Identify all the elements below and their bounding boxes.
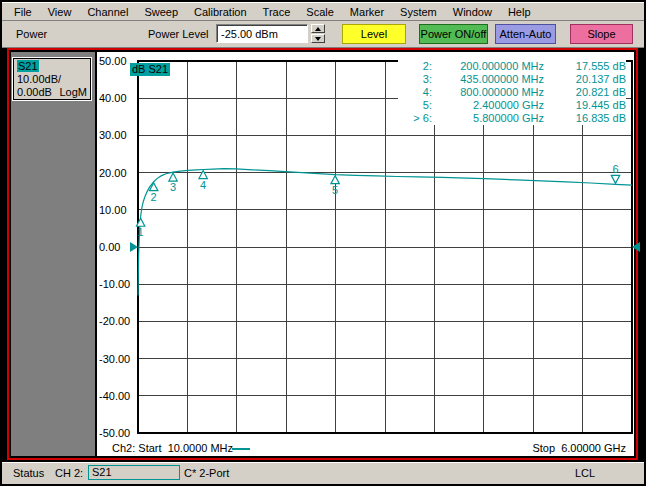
marker-triangle[interactable] xyxy=(331,176,339,184)
measurement-box[interactable]: S21 xyxy=(88,465,180,480)
marker-frequency: 5.800000 GHz xyxy=(432,112,544,125)
y-axis-tick: 20.00 xyxy=(99,167,135,179)
power-level-input[interactable] xyxy=(216,24,308,43)
y-axis-tick: -10.00 xyxy=(99,278,135,290)
y-axis-tick: -20.00 xyxy=(99,315,135,327)
marker-readout-row: > 6:5.800000 GHz16.835 dB xyxy=(398,112,626,125)
marker-frequency: 800.000000 MHz xyxy=(432,86,544,99)
y-axis-tick: -40.00 xyxy=(99,390,135,402)
marker-triangle[interactable] xyxy=(169,173,177,181)
marker-number: 3: xyxy=(398,73,432,86)
power-on-off-button[interactable]: Power ON/off xyxy=(419,24,488,44)
sweep-start-label: Ch2: Start 10.0000 MHz xyxy=(112,442,233,454)
measurement-name: S21 xyxy=(92,466,112,478)
plot-panel: 123456 dB S21 50.0040.0030.0020.0010.000… xyxy=(97,52,634,456)
power-level-spinner xyxy=(311,24,325,43)
trace-format: LogM xyxy=(59,86,87,99)
marker-value: 20.821 dB xyxy=(544,86,626,99)
status-bar: Status CH 2: S21 C* 2-Port LCL xyxy=(2,462,644,484)
y-axis-tick: 40.00 xyxy=(99,92,135,104)
spinner-down-button[interactable] xyxy=(311,34,325,43)
menu-item-help[interactable]: Help xyxy=(500,5,539,19)
trace-status-sidebar: S21 10.00dB/ 0.00dB LogM xyxy=(11,52,95,456)
channel-window: S21 10.00dB/ 0.00dB LogM 123456 dB S21 5… xyxy=(7,48,638,460)
trace-info-box[interactable]: S21 10.00dB/ 0.00dB LogM xyxy=(13,58,91,100)
y-axis-tick: 30.00 xyxy=(99,129,135,141)
power-toolbar: Power Power Level LevelPower ON/offAtten… xyxy=(2,21,644,48)
marker-frequency: 200.000000 MHz xyxy=(432,60,544,73)
marker-number: > 6: xyxy=(398,112,432,125)
level-button[interactable]: Level xyxy=(342,24,406,44)
reference-level-arrow-right xyxy=(632,242,640,252)
local-remote-indicator: LCL xyxy=(575,467,595,479)
menu-item-trace[interactable]: Trace xyxy=(255,5,299,19)
marker-label: 3 xyxy=(170,181,176,193)
marker-label: 6 xyxy=(612,163,618,175)
marker-readout-row: 4:800.000000 MHz20.821 dB xyxy=(398,86,626,99)
marker-label: 5 xyxy=(332,184,338,196)
axis-label-chip: dB S21 xyxy=(130,63,170,76)
marker-value: 19.445 dB xyxy=(544,99,626,112)
y-axis-tick: 0.00 xyxy=(99,241,135,253)
marker-number: 5: xyxy=(398,99,432,112)
marker-value: 20.137 dB xyxy=(544,73,626,86)
menu-item-channel[interactable]: Channel xyxy=(79,5,136,19)
marker-6[interactable]: 6 xyxy=(611,163,619,183)
y-axis-tick: 50.00 xyxy=(99,55,135,67)
menu-item-system[interactable]: System xyxy=(392,5,445,19)
channel-label: CH 2: xyxy=(55,467,83,479)
trace-ref-level: 0.00dB xyxy=(17,86,52,99)
status-label: Status xyxy=(13,467,44,479)
trace-scale: 10.00dB/ xyxy=(17,73,87,86)
marker-readout-row: 2:200.000000 MHz17.555 dB xyxy=(398,60,626,73)
marker-4[interactable]: 4 xyxy=(199,171,207,191)
y-axis-tick: 10.00 xyxy=(99,204,135,216)
y-axis-tick: -50.00 xyxy=(99,427,135,439)
marker-label: 4 xyxy=(200,179,206,191)
marker-label: 2 xyxy=(151,191,157,203)
menu-item-scale[interactable]: Scale xyxy=(298,5,342,19)
cal-status-label: C* 2-Port xyxy=(184,467,229,479)
menu-item-window[interactable]: Window xyxy=(445,5,500,19)
menu-item-file[interactable]: File xyxy=(6,5,40,19)
marker-label: 1 xyxy=(138,226,144,238)
menu-bar: FileViewChannelSweepCalibrationTraceScal… xyxy=(2,2,644,21)
marker-readout-row: 3:435.000000 MHz20.137 dB xyxy=(398,73,626,86)
marker-value: 16.835 dB xyxy=(544,112,626,125)
menu-item-calibration[interactable]: Calibration xyxy=(186,5,255,19)
marker-triangle[interactable] xyxy=(611,175,619,183)
sweep-stop-label: Stop 6.00000 GHz xyxy=(532,442,626,454)
marker-3[interactable]: 3 xyxy=(169,173,177,193)
marker-5[interactable]: 5 xyxy=(331,176,339,196)
marker-readout-row: 5:2.400000 GHz19.445 dB xyxy=(398,99,626,112)
toolbar-title-power: Power xyxy=(16,28,47,40)
marker-frequency: 2.400000 GHz xyxy=(432,99,544,112)
marker-triangle[interactable] xyxy=(149,183,157,191)
marker-number: 2: xyxy=(398,60,432,73)
power-level-label: Power Level xyxy=(148,28,209,40)
menu-item-sweep[interactable]: Sweep xyxy=(136,5,186,19)
marker-number: 4: xyxy=(398,86,432,99)
marker-frequency: 435.000000 MHz xyxy=(432,73,544,86)
slope-button[interactable]: Slope xyxy=(570,24,633,44)
trace-color-legend xyxy=(232,448,250,450)
y-axis-tick: -30.00 xyxy=(99,353,135,365)
menu-item-view[interactable]: View xyxy=(40,5,80,19)
marker-triangle[interactable] xyxy=(199,171,207,179)
menu-item-marker[interactable]: Marker xyxy=(342,5,392,19)
marker-value: 17.555 dB xyxy=(544,60,626,73)
marker-readout-table: 2:200.000000 MHz17.555 dB3:435.000000 MH… xyxy=(398,60,626,125)
atten-auto-button[interactable]: Atten-Auto xyxy=(495,24,556,44)
trace-name: S21 xyxy=(17,60,39,72)
spinner-up-button[interactable] xyxy=(311,24,325,33)
